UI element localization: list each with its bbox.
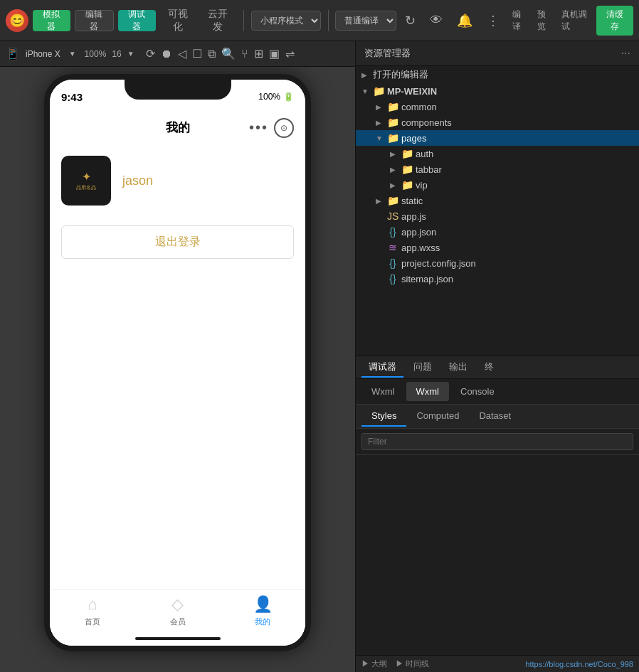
wifi-icon[interactable]: ⇌	[285, 47, 295, 60]
styles-tab-dataset[interactable]: Dataset	[469, 406, 521, 427]
logout-section: 退出登录	[50, 217, 305, 267]
mine-icon: 👤	[253, 595, 273, 614]
search-toolbar-icon[interactable]: 🔍	[221, 47, 236, 60]
simulator-btn[interactable]: 模拟器	[33, 10, 70, 31]
timeline-item[interactable]: ▶ 时间线	[396, 658, 429, 669]
tab-member-label: 会员	[170, 617, 186, 627]
record-icon[interactable]: ⏺	[161, 48, 172, 60]
debugger-btn[interactable]: 调试器	[118, 10, 156, 31]
arrow-tabbar: ▶	[390, 166, 398, 174]
page-header: 我的 ••• ⊙	[50, 111, 305, 144]
projectconfig-label: project.config.json	[401, 258, 476, 269]
compile-select[interactable]: 普通编译	[335, 11, 396, 31]
sub-tab-wxml[interactable]: Wxml	[361, 382, 405, 401]
sub-tab-console2[interactable]: Console	[450, 382, 505, 401]
mode-select[interactable]: 小程序模式	[251, 11, 321, 31]
top-toolbar: 😊 模拟器 编辑器 调试器 可视化 云开发 小程序模式 普通编译 ↻ 👁 🔔 ⋮…	[0, 0, 639, 41]
appwxss-icon: ≋	[387, 242, 398, 253]
avatar-logo: ✦ 品用名品	[76, 170, 96, 191]
logout-button[interactable]: 退出登录	[61, 225, 294, 259]
tree-item-appjson[interactable]: {} app.json	[356, 224, 639, 240]
tree-item-auth[interactable]: ▶ 📁 auth	[356, 146, 639, 161]
avatar-inner: ✦ 品用名品	[61, 156, 111, 206]
tree-item-common[interactable]: ▶ 📁 common	[356, 99, 639, 114]
phone-toolbar: 📱 iPhone X ▼ 100% 16 ▼ ⟳ ⏺ ◁ ☐ ⧉ 🔍 ⑂ ⊞ ▣…	[0, 41, 355, 67]
timeline-arrow: ▶	[396, 659, 406, 668]
rotate-icon[interactable]: ⟳	[146, 47, 155, 60]
tree-item-sitemap[interactable]: {} sitemap.json	[356, 271, 639, 287]
tree-item-tabbar[interactable]: ▶ 📁 tabbar	[356, 161, 639, 177]
tab-issues[interactable]: 问题	[406, 358, 439, 378]
styles-tab-styles[interactable]: Styles	[361, 406, 406, 427]
tab-debugger[interactable]: 调试器	[361, 358, 403, 378]
tab-mine[interactable]: 👤 我的	[220, 595, 305, 627]
tree-item-pages[interactable]: ▼ 📁 pages	[356, 130, 639, 146]
avatar[interactable]: 😊	[6, 9, 28, 32]
phone-frame: 9:43 100% 🔋 我的 ••• ⊙	[44, 74, 311, 651]
tab-end[interactable]: 终	[477, 358, 501, 378]
battery-percent: 100%	[258, 92, 280, 102]
styles-tab-computed[interactable]: Computed	[406, 406, 469, 427]
bell-btn[interactable]: 🔔	[453, 10, 477, 31]
select-icon[interactable]: ▣	[269, 47, 280, 60]
right-panel: 资源管理器 ··· ▶ 打开的编辑器 ▼ 📁 MP-WEIXIN ▶ 📁 com…	[356, 41, 639, 672]
sitemap-icon: {}	[387, 273, 398, 284]
device-dropdown-icon[interactable]: ▼	[69, 50, 76, 58]
right-group: ↻ 👁 🔔 ⋮ 编译 预览 真机调试 清缓存	[401, 6, 633, 36]
arrow-common: ▶	[376, 103, 384, 111]
status-time: 9:43	[61, 91, 83, 103]
appjs-icon: JS	[387, 210, 398, 222]
visualize-btn[interactable]: 可视化	[160, 5, 196, 36]
outline-item[interactable]: ▶ 大纲	[361, 658, 387, 669]
sitemap-label: sitemap.json	[401, 274, 453, 284]
cloud-btn[interactable]: 云开发	[200, 5, 236, 36]
bottom-link[interactable]: https://blog.csdn.net/Coco_998	[525, 660, 633, 668]
tab-mine-label: 我的	[255, 617, 270, 627]
common-folder-icon: 📁	[387, 101, 398, 112]
header-right: ••• ⊙	[249, 118, 294, 138]
vip-folder-icon: 📁	[401, 179, 413, 191]
tree-item-components[interactable]: ▶ 📁 components	[356, 114, 639, 130]
forward-icon[interactable]: ☐	[192, 47, 202, 60]
back-icon[interactable]: ◁	[178, 47, 186, 60]
tree-item-vip[interactable]: ▶ 📁 vip	[356, 177, 639, 193]
dot-menu-icon[interactable]: •••	[249, 119, 268, 136]
tree-item-root[interactable]: ▼ 📁 MP-WEIXIN	[356, 83, 639, 99]
phone-icon: 📱	[6, 47, 20, 60]
tree-item-appjs[interactable]: JS app.js	[356, 208, 639, 224]
tree-section-open-editors[interactable]: ▶ 打开的编辑器	[356, 66, 639, 83]
eye-btn[interactable]: 👁	[426, 10, 447, 31]
left-panel: 📱 iPhone X ▼ 100% 16 ▼ ⟳ ⏺ ◁ ☐ ⧉ 🔍 ⑂ ⊞ ▣…	[0, 41, 356, 672]
editor-btn[interactable]: 编辑器	[75, 10, 114, 31]
tree-item-static[interactable]: ▶ 📁 static	[356, 193, 639, 208]
tab-bar: ⌂ 首页 ◇ 会员 👤 我的	[50, 589, 305, 646]
outline-label: 大纲	[371, 659, 387, 668]
sub-tab-console[interactable]: Wxml	[406, 382, 450, 401]
projectconfig-icon: {}	[387, 257, 398, 269]
menu-btn[interactable]: ⋮	[482, 10, 504, 31]
filter-input[interactable]	[361, 433, 633, 450]
clear-cache-btn[interactable]: 清缓存	[596, 6, 633, 36]
tab-home[interactable]: ⌂ 首页	[50, 595, 135, 627]
refresh-btn[interactable]: ↻	[401, 10, 420, 31]
root-label: MP-WEIXIN	[387, 86, 437, 97]
arrow-open-editors: ▶	[361, 71, 370, 79]
components-label: components	[401, 117, 452, 128]
circle-btn[interactable]: ⊙	[274, 118, 294, 138]
resource-more-icon[interactable]: ···	[621, 47, 630, 60]
branch-icon[interactable]: ⑂	[241, 48, 248, 60]
tab-member[interactable]: ◇ 会员	[135, 595, 221, 627]
zoom-label: 100%	[85, 49, 107, 59]
tab-output[interactable]: 输出	[442, 358, 475, 378]
page-dropdown-icon[interactable]: ▼	[127, 50, 134, 58]
vip-label: vip	[416, 180, 428, 191]
copy-icon[interactable]: ⧉	[208, 48, 216, 60]
outline-arrow: ▶	[361, 659, 371, 668]
phone-notch	[125, 80, 231, 100]
components-folder-icon: 📁	[387, 117, 398, 128]
tree-item-appwxss[interactable]: ≋ app.wxss	[356, 240, 639, 255]
grid-icon[interactable]: ⊞	[254, 47, 263, 60]
compile-label: 编译	[509, 9, 528, 33]
arrow-components: ▶	[376, 119, 384, 127]
tree-item-projectconfig[interactable]: {} project.config.json	[356, 255, 639, 271]
